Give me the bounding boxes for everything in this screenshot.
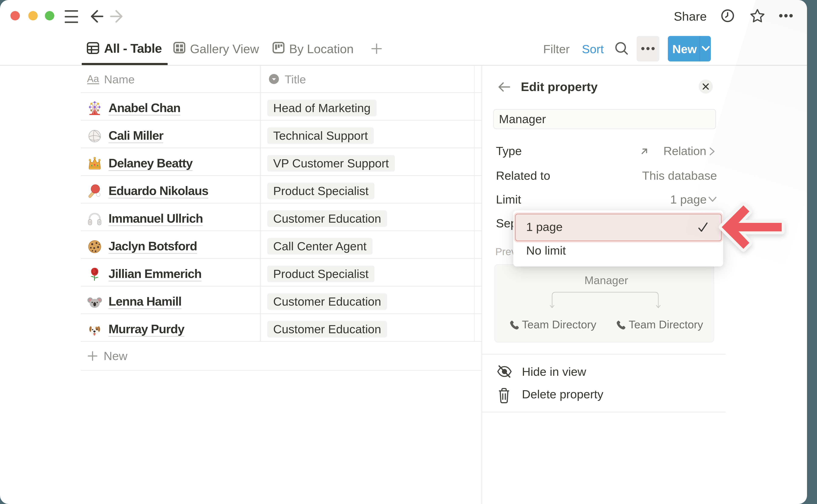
svg-text:Aa: Aa: [87, 74, 99, 84]
